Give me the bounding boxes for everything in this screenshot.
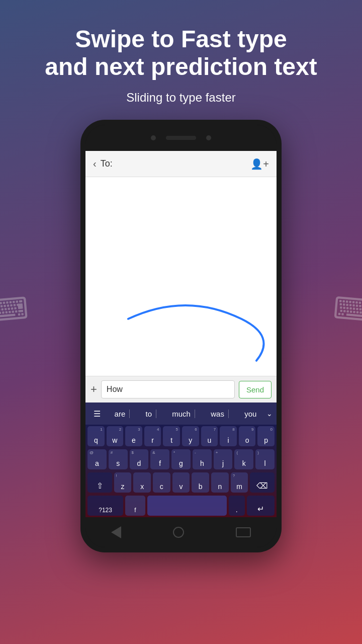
pred-word-are[interactable]: are — [111, 410, 130, 418]
bg-decoration-left: ⌨ — [0, 290, 30, 329]
attachment-button[interactable]: + — [90, 383, 97, 396]
main-title: Swipe to Fast typeand next prediction te… — [30, 25, 332, 80]
backspace-key[interactable]: ⌫ — [250, 472, 275, 493]
key-r[interactable]: 4r — [144, 426, 161, 446]
shift-key[interactable]: ⇧ — [87, 472, 112, 493]
key-d[interactable]: $d — [130, 449, 149, 469]
key-n[interactable]: n — [211, 472, 229, 493]
pred-word-you[interactable]: you — [240, 410, 260, 418]
hamburger-icon[interactable]: ☰ — [89, 409, 105, 419]
key-u[interactable]: 7u — [201, 426, 218, 446]
key-h[interactable]: -h — [193, 449, 212, 469]
phone-nav-bar — [85, 517, 277, 547]
prediction-words: are to much was you — [105, 410, 266, 418]
phone-inner: ‹ To: 👤+ + How Send ☰ are to — [85, 125, 277, 547]
key-w[interactable]: 2w — [107, 426, 124, 446]
prediction-bar: ☰ are to much was you ⌄ — [85, 403, 277, 425]
key-f[interactable]: &f — [150, 449, 169, 469]
message-input[interactable]: How — [101, 380, 235, 398]
key-e[interactable]: 3e — [125, 426, 142, 446]
key-z[interactable]: !z — [114, 472, 132, 493]
key-j[interactable]: +j — [214, 449, 233, 469]
key-q[interactable]: 1q — [87, 426, 105, 446]
phone-screen: ‹ To: 👤+ + How Send ☰ are to — [85, 151, 277, 517]
add-contact-icon[interactable]: 👤+ — [250, 158, 269, 170]
speaker — [166, 136, 196, 140]
key-v[interactable]: v — [172, 472, 190, 493]
key-b[interactable]: b — [192, 472, 209, 493]
keyboard-row-1: 1q 2w 3e 4r 5t 6y 7u 8i 9o 0p — [85, 425, 277, 448]
message-body — [85, 177, 277, 376]
send-button[interactable]: Send — [239, 381, 272, 398]
message-input-bar: + How Send — [85, 376, 277, 403]
camera-dot-2 — [206, 135, 211, 140]
key-p[interactable]: 0p — [257, 426, 275, 446]
nav-recents-icon[interactable] — [236, 527, 251, 537]
key-g[interactable]: *g — [171, 449, 191, 469]
phone-top-bar — [85, 125, 277, 151]
camera-dot — [151, 135, 156, 140]
key-k[interactable]: (k — [234, 449, 253, 469]
phone-body: ‹ To: 👤+ + How Send ☰ are to — [80, 120, 282, 552]
pred-word-to[interactable]: to — [142, 410, 157, 418]
key-l[interactable]: )l — [255, 449, 275, 469]
nav-back-icon[interactable] — [111, 526, 121, 538]
messaging-header: ‹ To: 👤+ — [85, 151, 277, 177]
key-c[interactable]: c — [153, 472, 170, 493]
key-emoji[interactable]: f — [125, 496, 145, 516]
header-section: Swipe to Fast typeand next prediction te… — [0, 0, 362, 115]
to-label: To: — [101, 158, 251, 169]
key-x[interactable]: x — [133, 472, 151, 493]
keyboard: 1q 2w 3e 4r 5t 6y 7u 8i 9o 0p @a #s — [85, 425, 277, 517]
pred-word-much[interactable]: much — [168, 410, 195, 418]
period-key[interactable]: . — [229, 496, 245, 516]
chevron-down-icon[interactable]: ⌄ — [266, 410, 273, 418]
nav-home-icon[interactable] — [173, 527, 184, 538]
num-toggle-key[interactable]: ?123 — [87, 496, 123, 516]
back-arrow-icon[interactable]: ‹ — [93, 158, 97, 170]
keyboard-row-2: @a #s $d &f *g -h +j (k )l — [85, 448, 277, 471]
key-t[interactable]: 5t — [163, 426, 180, 446]
pred-word-was[interactable]: was — [207, 410, 229, 418]
subtitle: Sliding to type faster — [30, 91, 332, 105]
bg-decoration-right: ⌨ — [332, 290, 362, 329]
space-key[interactable] — [147, 496, 227, 516]
keyboard-row-3: ⇧ !z x c v b n ?m ⌫ — [85, 471, 277, 494]
key-a[interactable]: @a — [87, 449, 107, 469]
key-y[interactable]: 6y — [182, 426, 199, 446]
keyboard-row-4: ?123 f . ↵ — [85, 494, 277, 517]
phone-mockup: ‹ To: 👤+ + How Send ☰ are to — [80, 120, 282, 552]
key-o[interactable]: 9o — [239, 426, 256, 446]
key-i[interactable]: 8i — [220, 426, 237, 446]
enter-key[interactable]: ↵ — [247, 496, 275, 516]
key-s[interactable]: #s — [109, 449, 128, 469]
key-m[interactable]: ?m — [231, 472, 248, 493]
